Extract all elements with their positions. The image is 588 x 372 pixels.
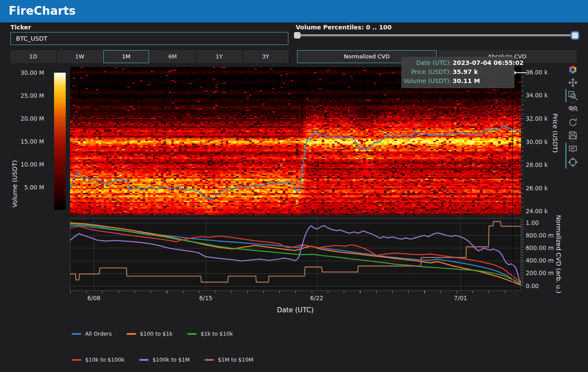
legend-item-100k-1m[interactable]: $100k to $1M [139, 356, 190, 363]
modebar-separator [570, 103, 575, 103]
legend-swatch [205, 359, 214, 361]
tooltip-date-label: Date (UTC): [403, 58, 451, 67]
legend-swatch [127, 333, 136, 335]
price-tick: 32.00 k [526, 115, 548, 122]
modebar-active-indicator [566, 143, 566, 169]
cvd-axis-ticks [521, 219, 524, 288]
app: FireCharts Ticker 1D 1W 1M 6M 1Y 3Y Volu… [0, 0, 588, 372]
volume-tick: 20.00 M [9, 115, 44, 122]
legend-label: $100k to $1M [153, 356, 190, 363]
volume-tick: 5.00 M [9, 184, 44, 191]
slider-handle-max[interactable] [571, 31, 579, 40]
legend-swatch [72, 359, 81, 361]
tooltip-price-label: Price (USDT): [403, 67, 451, 77]
date-tick: 6/15 [193, 295, 219, 301]
zoom-in-out-icon[interactable] [567, 104, 578, 115]
legend-label: $100 to $1k [140, 330, 173, 337]
tooltip-volume-value: 30.11 M [451, 77, 511, 86]
spikelines-icon[interactable] [567, 157, 578, 168]
cvd-tick: 0.00 [526, 282, 539, 289]
volume-colorbar [54, 73, 66, 210]
tooltip-price-value: 35.97 k [451, 67, 511, 77]
range-button-1d[interactable]: 1D [10, 50, 56, 63]
plotly-logo[interactable] [567, 64, 578, 75]
legend-swatch [187, 333, 197, 335]
volume-tick: 30.00 M [9, 69, 44, 76]
autoscale-icon[interactable] [567, 117, 578, 128]
pan-icon[interactable] [567, 77, 578, 88]
range-button-6m[interactable]: 6M [150, 50, 196, 63]
legend-label: $1k to $10k [201, 330, 233, 337]
cvd-tick: 800.00 m [526, 232, 554, 239]
range-button-group: 1D 1W 1M 6M 1Y 3Y [10, 50, 288, 63]
legend-label: $10k to $100k [85, 356, 125, 363]
range-button-3y[interactable]: 3Y [243, 50, 289, 63]
box-zoom-icon[interactable] [567, 90, 578, 101]
date-tick: 7/01 [447, 295, 473, 301]
legend-item-100-1k[interactable]: $100 to $1k [127, 330, 173, 337]
range-button-1y[interactable]: 1Y [196, 50, 242, 63]
tooltip-volume-label: Volume (USDT): [403, 77, 451, 86]
legend-swatch [139, 359, 149, 361]
app-title: FireCharts [0, 0, 588, 22]
price-tick: 28.00 k [526, 161, 548, 168]
toggle-hover-icon[interactable] [567, 144, 578, 155]
volume-tick: 15.00 M [9, 138, 44, 145]
legend-label: All Orders [85, 330, 112, 337]
crosshair-line [512, 67, 513, 291]
volume-percentile-slider[interactable] [296, 34, 579, 36]
cvd-tick: 600.00 m [526, 244, 554, 251]
cvd-tick: 1.00 [526, 219, 539, 226]
legend-item-all-orders[interactable]: All Orders [72, 330, 112, 337]
app-header: FireCharts [0, 0, 588, 22]
price-heatmap-chart[interactable] [70, 67, 521, 215]
save-icon[interactable] [567, 130, 578, 141]
date-tick: 6/08 [81, 295, 107, 301]
date-axis-ticks [70, 291, 521, 293]
price-tick: 26.00 k [526, 185, 548, 192]
ticker-label: Ticker [10, 24, 31, 31]
price-tick: 36.00 k [526, 69, 548, 76]
hover-tooltip: Date (UTC):2023-07-04 06:55:02 Price (US… [401, 57, 514, 88]
date-axis-title: Date (UTC) [252, 306, 339, 314]
modebar-separator [570, 115, 575, 116]
legend-row-2: $10k to $100k $100k to $1M $1M to $10M [72, 356, 253, 363]
normalized-cvd-chart[interactable] [70, 218, 521, 291]
volume-percentiles-label: Volume Percentiles: 0 .. 100 [296, 24, 392, 31]
volume-tick: 10.00 M [9, 161, 44, 168]
price-axis-ticks [521, 72, 524, 212]
modebar-separator [570, 141, 575, 142]
price-axis-title: Price (USDT) [552, 113, 559, 153]
tooltip-date-value: 2023-07-04 06:55:02 [451, 58, 524, 67]
modebar-active-indicator [566, 89, 566, 102]
range-button-1w[interactable]: 1W [57, 50, 103, 63]
volume-tick: 25.00 M [9, 92, 44, 99]
cvd-axis-title: Normalized CVD (arb. u.) [555, 215, 562, 293]
price-tick: 30.00 k [526, 138, 548, 145]
legend-item-1m-10m[interactable]: $1M to $10M [205, 356, 253, 363]
date-tick: 6/22 [304, 295, 330, 301]
cursor-price-line [517, 72, 527, 73]
legend-swatch [72, 333, 81, 335]
cvd-tick: 400.00 m [526, 257, 554, 264]
legend-label: $1M to $10M [218, 356, 253, 363]
slider-handle-min[interactable] [294, 32, 300, 38]
cvd-tick: 200.00 m [526, 269, 554, 276]
price-tick: 34.00 k [526, 92, 548, 99]
range-button-1m[interactable]: 1M [103, 50, 149, 63]
price-tick: 24.00 k [526, 208, 548, 215]
ticker-input[interactable] [10, 32, 288, 45]
legend-item-1k-10k[interactable]: $1k to $10k [187, 330, 233, 337]
legend-row-1: All Orders $100 to $1k $1k to $10k [72, 330, 233, 337]
legend-item-10k-100k[interactable]: $10k to $100k [72, 356, 125, 363]
